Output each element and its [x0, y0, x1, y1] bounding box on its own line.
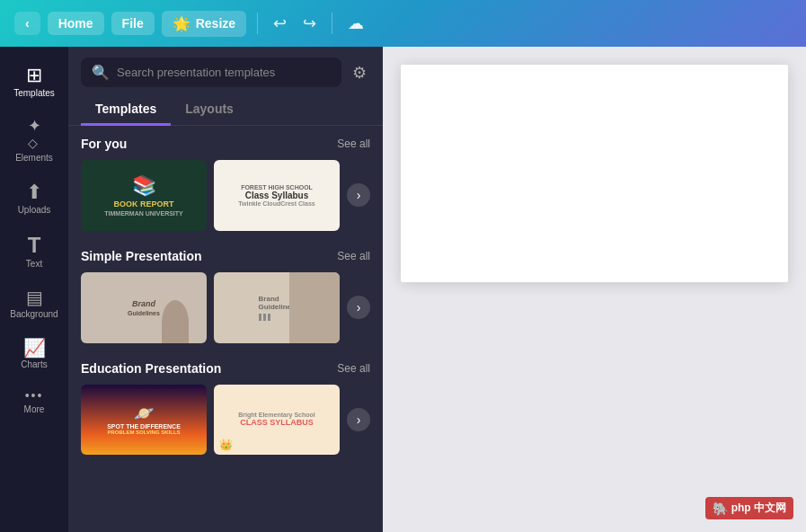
canvas-area: 🐘 php 中文网: [383, 47, 806, 532]
sidebar-label-charts: Charts: [21, 359, 47, 369]
book-icon: 📚: [132, 174, 156, 198]
template-row-education: 🪐 SPOT THE DIFFERENCE PROBLEM SOLVING SK…: [81, 385, 370, 456]
section-header-for-you: For you See all: [81, 137, 370, 151]
see-all-for-you[interactable]: See all: [337, 137, 370, 150]
book-report-title: BOOK REPORT: [113, 200, 173, 208]
file-button[interactable]: File: [111, 12, 155, 35]
search-input[interactable]: [117, 66, 331, 79]
sidebar-item-text[interactable]: T Text: [0, 226, 68, 278]
section-simple: Simple Presentation See all Brand Guidel…: [81, 249, 370, 343]
watermark: 🐘 php 中文网: [705, 497, 793, 519]
upload-button[interactable]: ☁: [343, 9, 368, 38]
sidebar-label-more: More: [24, 404, 45, 414]
sidebar: ⊞ Templates ✦◇ Elements ⬆ Uploads T Text…: [0, 47, 68, 532]
filter-button[interactable]: ⚙: [349, 59, 370, 86]
text-icon: T: [28, 235, 41, 256]
book-report-inner: 📚 BOOK REPORT TIMMERMAN UNIVERSITY: [81, 160, 207, 231]
templates-panel: 🔍 ⚙ Templates Layouts For you See all: [68, 47, 383, 532]
tab-templates[interactable]: Templates: [81, 94, 171, 126]
sidebar-label-templates: Templates: [13, 88, 55, 98]
for-you-next-button[interactable]: ›: [347, 183, 370, 207]
resize-button[interactable]: 🌟 Resize: [162, 11, 246, 37]
spot-diff-title: SPOT THE DIFFERENCE: [107, 423, 181, 430]
sidebar-item-charts[interactable]: 📈 Charts: [0, 330, 68, 378]
book-report-subtitle: TIMMERMAN UNIVERSITY: [104, 210, 183, 217]
template-card-brand-2[interactable]: Brand Guidelines: [214, 272, 340, 343]
brand-guidelines-2-inner: Brand Guidelines: [214, 272, 340, 343]
charts-icon: 📈: [23, 339, 46, 357]
sun-icon: 🌟: [173, 15, 190, 32]
sidebar-item-background[interactable]: ▤ Background: [0, 279, 68, 328]
search-bar: 🔍 ⚙: [68, 47, 383, 94]
watermark-text: php 中文网: [731, 501, 786, 516]
sidebar-item-elements[interactable]: ✦◇ Elements: [0, 109, 68, 172]
back-button[interactable]: ‹: [14, 12, 40, 35]
divider2: [332, 13, 332, 34]
crown-icon: 👑: [219, 439, 233, 451]
canvas-slide: [401, 65, 788, 282]
template-card-class-syllabus-2[interactable]: Bright Elementary School CLASS SYLLABUS …: [214, 385, 340, 456]
background-icon: ▤: [26, 288, 43, 306]
sidebar-label-background: Background: [10, 309, 58, 319]
class-syllabus-2-inner: Bright Elementary School CLASS SYLLABUS …: [214, 385, 340, 456]
sidebar-item-more[interactable]: ••• More: [0, 380, 68, 423]
redo-button[interactable]: ↪: [298, 9, 321, 38]
sidebar-item-templates[interactable]: ⊞ Templates: [0, 57, 68, 107]
home-button[interactable]: Home: [48, 12, 104, 35]
template-row-for-you: 📚 BOOK REPORT TIMMERMAN UNIVERSITY FORES…: [81, 160, 370, 231]
see-all-education[interactable]: See all: [337, 362, 370, 375]
templates-icon: ⊞: [26, 66, 42, 85]
more-icon: •••: [25, 389, 44, 402]
class-syllabus-inner: FOREST HIGH SCHOOL Class Syllabus Twinkl…: [214, 160, 340, 231]
template-row-simple: Brand Guidelines Brand Guidel: [81, 272, 370, 343]
template-card-brand-1[interactable]: Brand Guidelines: [81, 272, 207, 343]
cs2-title: CLASS SYLLABUS: [240, 418, 314, 427]
sidebar-item-uploads[interactable]: ⬆ Uploads: [0, 173, 68, 224]
uploads-icon: ⬆: [26, 182, 42, 202]
search-icon: 🔍: [92, 64, 110, 81]
brand-guidelines-1-inner: Brand Guidelines: [81, 272, 207, 343]
section-title-for-you: For you: [81, 137, 127, 151]
main-content: ⊞ Templates ✦◇ Elements ⬆ Uploads T Text…: [0, 47, 806, 532]
cs-sub: Twinkle CloudCrest Class: [238, 200, 314, 207]
section-title-simple: Simple Presentation: [81, 249, 202, 263]
section-header-education: Education Presentation See all: [81, 361, 370, 376]
elements-icon: ✦◇: [28, 118, 41, 150]
section-for-you: For you See all 📚 BOOK REPORT TIMMERMAN …: [81, 137, 370, 231]
sidebar-label-text: Text: [26, 259, 42, 269]
cs-title: Class Syllabus: [245, 191, 309, 200]
education-next-button[interactable]: ›: [347, 408, 370, 431]
php-icon: 🐘: [713, 501, 728, 516]
search-input-wrap[interactable]: 🔍: [81, 58, 341, 87]
tab-layouts[interactable]: Layouts: [171, 94, 248, 126]
undo-button[interactable]: ↩: [269, 9, 291, 38]
tabs: Templates Layouts: [68, 94, 383, 126]
topbar: ‹ Home File 🌟 Resize ↩ ↪ ☁: [0, 0, 806, 47]
sidebar-label-uploads: Uploads: [18, 205, 51, 215]
template-card-class-syllabus[interactable]: FOREST HIGH SCHOOL Class Syllabus Twinkl…: [214, 160, 340, 231]
cs2-school: Bright Elementary School: [238, 412, 315, 418]
spot-diff-inner: 🪐 SPOT THE DIFFERENCE PROBLEM SOLVING SK…: [81, 385, 207, 456]
section-header-simple: Simple Presentation See all: [81, 249, 370, 263]
simple-next-button[interactable]: ›: [347, 296, 370, 319]
see-all-simple[interactable]: See all: [337, 250, 370, 262]
template-card-spot-diff[interactable]: 🪐 SPOT THE DIFFERENCE PROBLEM SOLVING SK…: [81, 385, 207, 456]
spot-diff-sub: PROBLEM SOLVING SKILLS: [107, 430, 180, 435]
divider: [257, 13, 258, 34]
cs-school: FOREST HIGH SCHOOL: [241, 184, 313, 191]
sidebar-label-elements: Elements: [15, 153, 53, 163]
template-card-book-report[interactable]: 📚 BOOK REPORT TIMMERMAN UNIVERSITY: [81, 160, 207, 231]
section-title-education: Education Presentation: [81, 361, 221, 376]
section-education: Education Presentation See all 🪐 SPOT TH…: [81, 361, 370, 456]
panel-scroll[interactable]: For you See all 📚 BOOK REPORT TIMMERMAN …: [68, 126, 383, 532]
planet-icon: 🪐: [134, 403, 154, 423]
